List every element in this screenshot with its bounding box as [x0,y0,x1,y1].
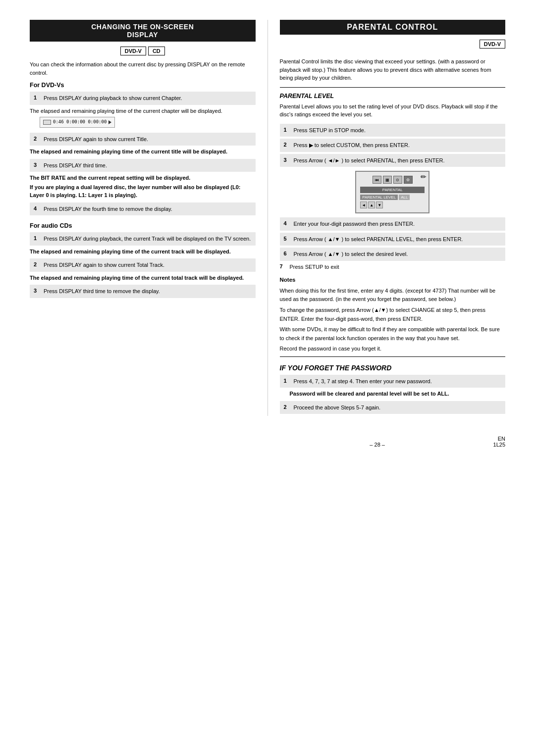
dvd-step-3-number: 3 [34,161,41,168]
dvd-section-title: For DVD-Vs [30,82,256,89]
left-format-badges: DVD-V CD [30,47,256,55]
parental-label: PARENTAL [360,187,425,193]
parental-step-7-content: Press SETUP to exit [290,263,506,271]
note-4: Record the password in case you forget i… [280,345,506,353]
parental-step-1-number: 1 [284,126,291,133]
dvd-step-3-detail: The BIT RATE and the current repeat sett… [30,174,256,182]
tv-screen: ✏ ⏮ ▦ ⊙ ⚙ PARENTAL PARENTAL LEVEL ALL ◄ … [355,171,429,213]
cd-step-2: 2 Press DISPLAY again to show current To… [30,258,256,272]
down-arrow-icon: ▼ [376,202,383,208]
cd-step-1-content: Press DISPLAY during playback, the curre… [44,235,252,243]
up-arrow-icon: ▲ [368,202,375,208]
tv-menu-mockup: ✏ ⏮ ▦ ⊙ ⚙ PARENTAL PARENTAL LEVEL ALL ◄ … [280,171,506,213]
dvd-step-1-content: Press DISPLAY during playback to show cu… [44,94,252,102]
dvd-step-3: 3 Press DISPLAY third time. [30,159,256,172]
cd-step-2-number: 2 [34,261,41,267]
parental-level-title: PARENTAL LEVEL [280,93,506,100]
menu-icon-2: ▦ [383,176,392,184]
parental-step-6-number: 6 [284,250,291,256]
parental-level-row: PARENTAL LEVEL ALL [360,195,425,200]
cd-step-1-detail: The elapsed and remaining playing time o… [30,248,256,256]
left-title-line2: DISPLAY [35,31,251,39]
parental-step-7-number: 7 [280,263,287,269]
left-arrow-icon: ◄ [360,202,367,208]
cd-section-title: For audio CDs [30,222,256,229]
forget-step-2-number: 2 [284,403,291,410]
forget-step-1-detail: Password will be cleared and parental le… [290,390,506,398]
menu-icon-1: ⏮ [373,176,381,184]
dvd-step-2-content: Press DISPLAY again to show current Titl… [44,135,252,144]
dvd-step-1: 1 Press DISPLAY during playback to show … [30,92,256,105]
left-section-header: CHANGING THE ON-SCREEN DISPLAY [30,20,256,42]
dvd-step-2-number: 2 [34,135,41,142]
divider-1 [280,87,506,88]
dvd-step-1-number: 1 [34,94,41,101]
page-code: EN 1L25 [493,436,505,448]
menu-icon-4: ⚙ [404,176,413,184]
forget-step-1: 1 Press 4, 7, 3, 7 at step 4. Then enter… [280,375,506,388]
parental-step-3-content: Press Arrow ( ◄/► ) to select PARENTAL, … [294,156,502,165]
forget-step-1-number: 1 [284,377,291,384]
note-1: When doing this for the first time, ente… [280,287,506,304]
forget-password-title: IF YOU FORGET THE PASSWORD [280,364,506,372]
dvd-step-4: 4 Press DISPLAY the fourth time to remov… [30,202,256,216]
parental-level-label: PARENTAL LEVEL [360,195,398,200]
dvd-step-4-number: 4 [34,205,41,211]
page-footer: – 28 – EN 1L25 [30,436,505,448]
cd-step-1: 1 Press DISPLAY during playback, the cur… [30,232,256,246]
parental-step-1-content: Press SETUP in STOP mode. [294,126,502,135]
dvd-step-2-detail: The elapsed and remaining playing time o… [30,148,256,156]
notes-title: Notes [280,276,506,285]
parental-level-value: ALL [399,195,410,200]
cd-step-1-number: 1 [34,235,41,241]
note-3: With some DVDs, it may be difficult to f… [280,325,506,343]
parental-step-4: 4 Enter your four-digit password then pr… [280,217,506,231]
right-dvd-v-badge: DVD-V [480,40,505,49]
parental-level-intro: Parental Level allows you to set the rat… [280,102,506,119]
parental-step-4-number: 4 [284,220,291,226]
forget-step-2: 2 Proceed the above Steps 5-7 again. [280,401,506,414]
parental-step-6-content: Press Arrow ( ▲/▼ ) to select the desire… [294,250,502,258]
cd-step-3-content: Press DISPLAY third time to remove the d… [44,287,252,296]
right-intro: Parental Control limits the disc viewing… [280,57,506,82]
notes-section: Notes When doing this for the first time… [280,276,506,353]
note-2: To change the password, press Arrow (▲/▼… [280,306,506,323]
parental-step-1: 1 Press SETUP in STOP mode. [280,124,506,137]
nav-arrows: ◄ ▲ ▼ [360,202,425,208]
display-time: 0:46 0:00:00 0:00:00 [53,119,107,126]
page-number: – 28 – [262,442,493,448]
parental-step-2-content: Press ▶ to select CUSTOM, then press ENT… [294,141,502,150]
parental-step-5: 5 Press Arrow ( ▲/▼ ) to select PARENTAL… [280,233,506,246]
pencil-icon: ✏ [421,173,427,181]
divider-2 [280,356,506,357]
parental-step-7: 7 Press SETUP to exit [280,263,506,271]
cd-step-3-number: 3 [34,287,41,294]
parental-step-5-content: Press Arrow ( ▲/▼ ) to select PARENTAL L… [294,235,502,244]
forget-step-1-content: Press 4, 7, 3, 7 at step 4. Then enter y… [294,377,502,386]
left-title-line1: CHANGING THE ON-SCREEN [35,23,251,31]
parental-step-3: 3 Press Arrow ( ◄/► ) to select PARENTAL… [280,154,506,167]
parental-step-2-number: 2 [284,141,291,148]
play-icon [108,120,111,124]
dvd-step-4-content: Press DISPLAY the fourth time to remove … [44,205,252,213]
cd-step-2-detail: The elapsed and remaining playing time o… [30,274,256,282]
menu-icons-row: ⏮ ▦ ⊙ ⚙ [360,176,425,184]
parental-step-5-number: 5 [284,235,291,242]
left-column: CHANGING THE ON-SCREEN DISPLAY DVD-V CD … [30,20,256,416]
cd-step-2-content: Press DISPLAY again to show current Tota… [44,261,252,269]
dvd-step-2: 2 Press DISPLAY again to show current Ti… [30,133,256,146]
parental-step-4-content: Enter your four-digit password then pres… [294,220,502,228]
dvd-step-3-content: Press DISPLAY third time. [44,161,252,170]
menu-icon-3: ⊙ [393,176,402,184]
right-format-badge-container: DVD-V [280,40,506,53]
right-section-header: PARENTAL CONTROL [280,20,506,35]
parental-step-3-number: 3 [284,156,291,163]
parental-step-2: 2 Press ▶ to select CUSTOM, then press E… [280,139,506,152]
dvd-step-3-detail2: If you are playing a dual layered disc, … [30,183,256,200]
right-column: PARENTAL CONTROL DVD-V Parental Control … [268,20,506,416]
forget-step-2-content: Proceed the above Steps 5-7 again. [294,403,502,412]
cd-badge: CD [148,47,165,55]
display-image-mockup: 0:46 0:00:00 0:00:00 [40,117,115,128]
left-intro: You can check the information about the … [30,60,256,77]
dvd-step-1-detail: The elapsed and remaining playing time o… [30,107,256,130]
